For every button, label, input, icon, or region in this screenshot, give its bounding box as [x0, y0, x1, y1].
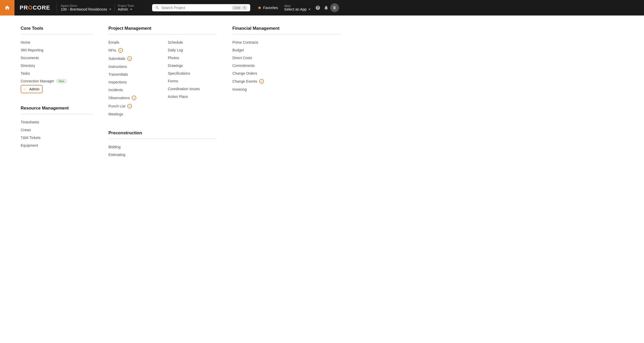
menu-item-label: Daily Log [168, 48, 183, 52]
menu-item-label: Instructions [108, 65, 127, 69]
menu-item-label: Connection Manager [21, 79, 54, 83]
financial-item[interactable]: Change Orders [232, 69, 341, 77]
menu-item-label: Timesheets [21, 120, 39, 124]
menu-item-label: Directory [21, 64, 35, 68]
favorites-button[interactable]: Favorites [254, 6, 281, 10]
pm-item[interactable]: Schedule [168, 38, 217, 46]
search-shortcut: Cmd K [232, 6, 247, 10]
notifications-button[interactable] [322, 4, 330, 12]
core-tools-item[interactable]: Tasks [21, 69, 93, 77]
star-icon [257, 6, 262, 10]
menu-item-label: Punch List [108, 104, 125, 108]
financial-management-divider [232, 34, 341, 34]
pm-item[interactable]: Action Plans [168, 93, 217, 100]
pm-item[interactable]: Coordination Issues [168, 85, 217, 93]
left-column: Core Tools Home360 ReportingDocumentsDir… [21, 26, 93, 171]
financial-item[interactable]: Budget [232, 46, 341, 54]
preconstruction-item[interactable]: Bidding [108, 143, 217, 151]
menu-item-label: Drawings [168, 64, 183, 68]
menu-item-label: Crews [21, 128, 31, 132]
plus-icon: + [127, 104, 132, 108]
menu-item-label: Direct Costs [232, 56, 252, 60]
tools-selector[interactable]: Project Tools Admin [114, 4, 148, 11]
tools-name: Admin [118, 7, 145, 11]
search-bar[interactable]: Cmd K [152, 4, 250, 11]
right-column: Financial Management Prime ContractsBudg… [232, 26, 341, 171]
resource-item[interactable]: T&M Tickets [21, 134, 93, 142]
core-tools-item[interactable]: 360 Reporting [21, 46, 93, 54]
pm-item[interactable]: Photos [168, 54, 217, 62]
apps-selector[interactable]: Apps Select an App [281, 4, 314, 11]
core-tools-item[interactable]: Connection ManagerNew [21, 77, 93, 85]
apps-label: Apps [284, 4, 311, 7]
preconstruction-title: Preconstruction [108, 130, 217, 136]
pm-item[interactable]: Submittals+ [108, 54, 158, 63]
pm-item[interactable]: Emails [108, 38, 158, 46]
menu-item-label: Change Events [232, 79, 257, 83]
project-management-divider [108, 34, 217, 34]
menu-item-label: Action Plans [168, 95, 188, 99]
menu-item-label: Photos [168, 56, 179, 60]
menu-item-label: Submittals [108, 57, 125, 61]
pm-item[interactable]: Specifications [168, 69, 217, 77]
financial-management-section: Financial Management Prime ContractsBudg… [232, 26, 341, 93]
preconstruction-divider [108, 139, 217, 139]
menu-item-label: Coordination Issues [168, 87, 200, 91]
preconstruction-item[interactable]: Estimating [108, 151, 217, 159]
menu-item-label: Budget [232, 48, 244, 52]
menu-item-label: Meetings [108, 112, 123, 116]
pm-item[interactable]: Meetings [108, 110, 158, 118]
core-tools-item[interactable]: Home [21, 38, 93, 46]
tools-label: Project Tools [118, 4, 145, 7]
financial-item[interactable]: Direct Costs [232, 54, 341, 62]
financial-management-title: Financial Management [232, 26, 341, 31]
project-chevron-icon [109, 9, 111, 10]
resource-management-list: TimesheetsCrewsT&M TicketsEquipment [21, 118, 93, 149]
help-button[interactable] [314, 4, 322, 12]
project-name: 100 - Brentwood Residences [61, 7, 111, 11]
menu-item-label: Prime Contracts [232, 40, 258, 44]
plus-icon: + [259, 79, 264, 84]
financial-item[interactable]: Prime Contracts [232, 38, 341, 46]
resource-management-title: Resource Management [21, 106, 93, 111]
menu-item-label: Invoicing [232, 87, 247, 91]
apps-name: Select an App [284, 7, 311, 11]
menu-item-label: Incidents [108, 88, 123, 92]
resource-item[interactable]: Equipment [21, 142, 93, 149]
home-button[interactable] [0, 0, 14, 15]
admin-star-icon: ☆ [24, 87, 27, 91]
pm-col1: EmailsRFIs+Submittals+InstructionsTransm… [108, 38, 158, 118]
pm-item[interactable]: Instructions [108, 63, 158, 71]
pm-item[interactable]: Incidents [108, 86, 158, 94]
resource-item[interactable]: Crews [21, 126, 93, 134]
pm-item[interactable]: Forms [168, 77, 217, 85]
core-tools-item[interactable]: Documents [21, 54, 93, 62]
user-avatar[interactable]: E [330, 3, 339, 12]
financial-item[interactable]: Commitments [232, 62, 341, 69]
pm-item[interactable]: Drawings [168, 62, 217, 69]
menu-item-label: Specifications [168, 71, 190, 75]
core-tools-divider [21, 34, 93, 34]
project-selector[interactable]: Agave Demo 100 - Brentwood Residences [58, 4, 114, 11]
resource-management-divider [21, 114, 93, 114]
pm-item[interactable]: Observations+ [108, 94, 158, 102]
menu-item-label: Observations [108, 96, 130, 100]
pm-item[interactable]: Inspections [108, 78, 158, 86]
pm-item[interactable]: Transmittals [108, 71, 158, 78]
app-header: PROCORE Agave Demo 100 - Brentwood Resid… [0, 0, 644, 15]
pm-item[interactable]: Daily Log [168, 46, 217, 54]
core-tools-item[interactable]: Directory [21, 62, 93, 69]
financial-item[interactable]: Invoicing [232, 85, 341, 93]
pm-item[interactable]: RFIs+ [108, 46, 158, 54]
apps-chevron-icon [309, 9, 311, 10]
menu-item-label: Change Orders [232, 71, 257, 75]
core-tools-admin-item[interactable]: ☆Admin [21, 85, 43, 93]
menu-item-label: Documents [21, 56, 39, 60]
menu-item-label: Emails [108, 40, 119, 44]
menu-item-label: T&M Tickets [21, 136, 41, 140]
financial-item[interactable]: Change Events+ [232, 77, 341, 85]
search-input[interactable] [161, 6, 230, 10]
financial-management-list: Prime ContractsBudgetDirect CostsCommitm… [232, 38, 341, 93]
pm-item[interactable]: Punch List+ [108, 102, 158, 110]
resource-item[interactable]: Timesheets [21, 118, 93, 126]
